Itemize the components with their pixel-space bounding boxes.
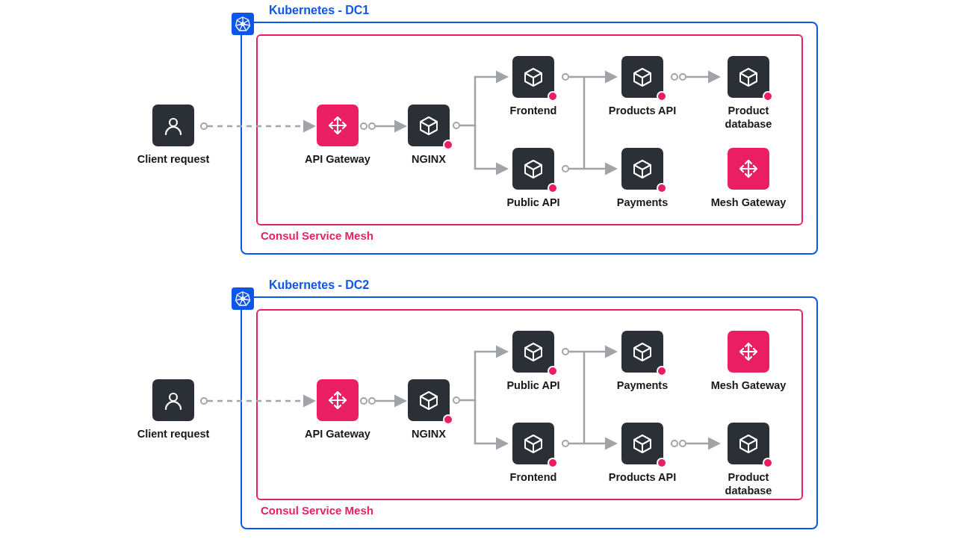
nginx-label: NGINX — [384, 152, 474, 166]
sidecar-dot-icon — [443, 414, 453, 425]
cube-icon — [728, 423, 769, 464]
public-api-label: Public API — [489, 196, 578, 209]
products-api-label: Products API — [598, 104, 687, 117]
client-request-node: Client request — [140, 379, 206, 441]
public-api-node: Public API — [500, 331, 566, 392]
frontend-label: Frontend — [489, 470, 578, 484]
frontend-node: Frontend — [500, 423, 566, 484]
cluster-title: Kubernetes - DC1 — [269, 4, 369, 17]
sidecar-dot-icon — [548, 458, 558, 468]
payments-node: Payments — [610, 148, 675, 209]
kubernetes-icon — [232, 287, 254, 310]
product-db-label: Product database — [704, 104, 793, 131]
mesh-gateway-label: Mesh Gateway — [704, 379, 793, 392]
products-api-node: Products API — [610, 423, 675, 484]
cube-icon — [621, 56, 663, 98]
mesh-title: Consul Service Mesh — [261, 229, 373, 242]
move-icon — [317, 105, 359, 146]
cube-icon — [512, 148, 554, 190]
product-db-node: Product database — [716, 56, 781, 131]
nginx-label: NGINX — [384, 427, 474, 441]
sidecar-dot-icon — [443, 140, 453, 150]
move-icon — [728, 331, 769, 373]
payments-label: Payments — [598, 379, 687, 392]
cube-icon — [408, 105, 450, 146]
sidecar-dot-icon — [657, 183, 667, 193]
frontend-label: Frontend — [489, 104, 578, 117]
cube-icon — [728, 56, 769, 98]
payments-node: Payments — [610, 331, 675, 392]
products-api-label: Products API — [598, 470, 687, 484]
sidecar-dot-icon — [548, 183, 558, 193]
client-request-label: Client request — [128, 427, 218, 441]
product-db-node: Product database — [716, 423, 781, 497]
move-icon — [728, 148, 769, 190]
sidecar-dot-icon — [548, 366, 558, 376]
sidecar-dot-icon — [548, 91, 558, 102]
product-db-label: Product database — [704, 470, 793, 497]
frontend-node: Frontend — [500, 56, 566, 117]
payments-label: Payments — [598, 196, 687, 209]
sidecar-dot-icon — [763, 458, 773, 468]
api-gateway-label: API Gateway — [293, 427, 382, 441]
nginx-node: NGINX — [396, 379, 462, 441]
sidecar-dot-icon — [657, 91, 667, 102]
api-gateway-node: API Gateway — [305, 379, 370, 441]
cube-icon — [621, 148, 663, 190]
move-icon — [317, 379, 359, 421]
nginx-node: NGINX — [396, 105, 462, 166]
sidecar-dot-icon — [657, 458, 667, 468]
sidecar-dot-icon — [763, 91, 773, 102]
api-gateway-label: API Gateway — [293, 152, 382, 166]
cube-icon — [512, 331, 554, 373]
products-api-node: Products API — [610, 56, 675, 117]
cube-icon — [621, 331, 663, 373]
cube-icon — [512, 56, 554, 98]
cube-icon — [408, 379, 450, 421]
mesh-title: Consul Service Mesh — [261, 504, 373, 517]
sidecar-dot-icon — [657, 366, 667, 376]
cluster-title: Kubernetes - DC2 — [269, 278, 369, 292]
client-request-label: Client request — [128, 152, 218, 166]
user-icon — [152, 105, 194, 146]
user-icon — [152, 379, 194, 421]
mesh-gateway-node: Mesh Gateway — [716, 148, 781, 209]
cube-icon — [512, 423, 554, 464]
public-api-label: Public API — [489, 379, 578, 392]
mesh-gateway-node: Mesh Gateway — [716, 331, 781, 392]
client-request-node: Client request — [140, 105, 206, 166]
mesh-gateway-label: Mesh Gateway — [704, 196, 793, 209]
api-gateway-node: API Gateway — [305, 105, 370, 166]
public-api-node: Public API — [500, 148, 566, 209]
cube-icon — [621, 423, 663, 464]
kubernetes-icon — [232, 13, 254, 35]
